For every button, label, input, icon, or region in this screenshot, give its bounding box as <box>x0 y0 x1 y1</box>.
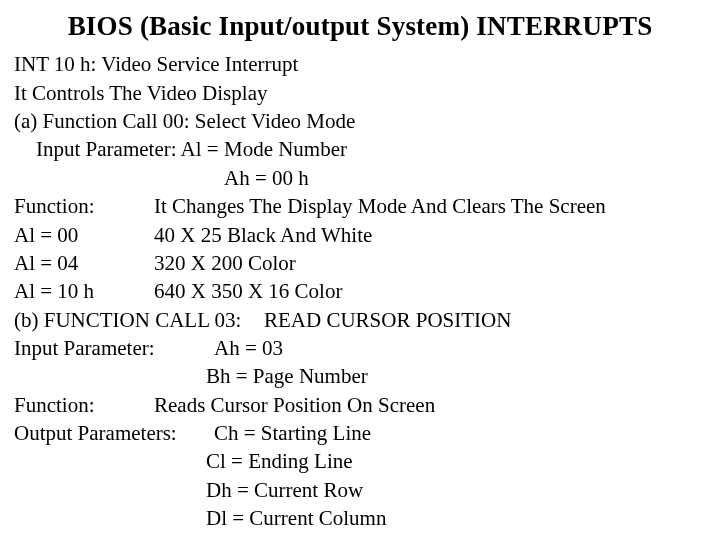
mode-desc-0: 40 X 25 Black And White <box>154 221 706 249</box>
input-param-ah: Ah = 00 h <box>14 164 706 192</box>
function-row: Function: It Changes The Display Mode An… <box>14 192 706 220</box>
mode-row-0: Al = 00 40 X 25 Black And White <box>14 221 706 249</box>
mode-al-0: Al = 00 <box>14 221 154 249</box>
output-cl: Cl = Ending Line <box>14 447 706 475</box>
function-value: It Changes The Display Mode And Clears T… <box>154 192 706 220</box>
mode-row-2: Al = 10 h 640 X 350 X 16 Color <box>14 277 706 305</box>
function-b-value: Reads Cursor Position On Screen <box>154 391 706 419</box>
mode-row-1: Al = 04 320 X 200 Color <box>14 249 706 277</box>
func-b-title: READ CURSOR POSITION <box>264 306 511 334</box>
output-dl: Dl = Current Column <box>14 504 706 532</box>
input-param-b-label: Input Parameter: <box>14 334 214 362</box>
output-param-row: Output Parameters: Ch = Starting Line <box>14 419 706 447</box>
input-param-bh: Bh = Page Number <box>14 362 706 390</box>
output-ch: Ch = Starting Line <box>214 419 371 447</box>
int-line: INT 10 h: Video Service Interrupt <box>14 50 706 78</box>
mode-al-2: Al = 10 h <box>14 277 154 305</box>
function-b-label: Function: <box>14 391 154 419</box>
output-param-label: Output Parameters: <box>14 419 214 447</box>
function-label: Function: <box>14 192 154 220</box>
page-title: BIOS (Basic Input/output System) INTERRU… <box>14 8 706 44</box>
input-param-al: Input Parameter: Al = Mode Number <box>14 135 706 163</box>
desc-line: It Controls The Video Display <box>14 79 706 107</box>
func-b-header: (b) FUNCTION CALL 03: READ CURSOR POSITI… <box>14 306 706 334</box>
mode-desc-2: 640 X 350 X 16 Color <box>154 277 706 305</box>
mode-desc-1: 320 X 200 Color <box>154 249 706 277</box>
input-param-b-row: Input Parameter: Ah = 03 <box>14 334 706 362</box>
output-dh: Dh = Current Row <box>14 476 706 504</box>
input-param-ah2: Ah = 03 <box>214 334 283 362</box>
func-a-header: (a) Function Call 00: Select Video Mode <box>14 107 706 135</box>
func-b-label: (b) FUNCTION CALL 03: <box>14 306 264 334</box>
function-b-row: Function: Reads Cursor Position On Scree… <box>14 391 706 419</box>
mode-al-1: Al = 04 <box>14 249 154 277</box>
